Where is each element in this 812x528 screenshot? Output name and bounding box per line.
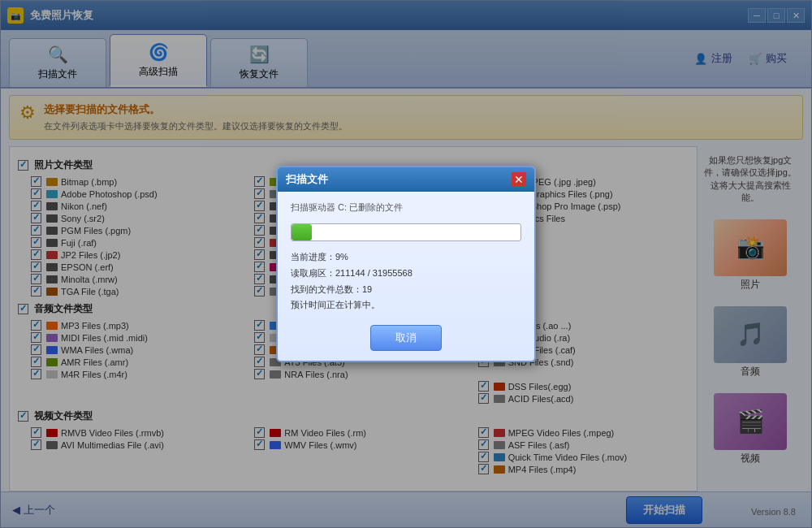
modal-cancel-button[interactable]: 取消 xyxy=(370,325,442,351)
modal-subtitle: 扫描驱动器 C: 已删除的文件 xyxy=(291,201,521,214)
modal-title-bar: 扫描文件 ✕ xyxy=(278,167,534,192)
modal-progress-text: 当前进度：9% xyxy=(291,249,521,266)
modal-close-button[interactable]: ✕ xyxy=(512,172,526,187)
modal-found-text: 找到的文件总数：19 xyxy=(291,282,521,298)
scan-modal: 扫描文件 ✕ 扫描驱动器 C: 已删除的文件 当前进度：9% 读取扇区：2111… xyxy=(276,166,536,362)
modal-sector-text: 读取扇区：211144 / 31955568 xyxy=(291,266,521,282)
progress-bar-inner xyxy=(292,224,312,240)
modal-overlay: 扫描文件 ✕ 扫描驱动器 C: 已删除的文件 当前进度：9% 读取扇区：2111… xyxy=(0,0,812,528)
progress-bar-outer xyxy=(291,223,521,241)
modal-info: 当前进度：9% 读取扇区：211144 / 31955568 找到的文件总数：1… xyxy=(291,249,521,314)
modal-title: 扫描文件 xyxy=(286,172,328,187)
modal-body: 扫描驱动器 C: 已删除的文件 当前进度：9% 读取扇区：211144 / 31… xyxy=(278,192,534,361)
modal-time-text: 预计时间正在计算中。 xyxy=(291,297,521,314)
